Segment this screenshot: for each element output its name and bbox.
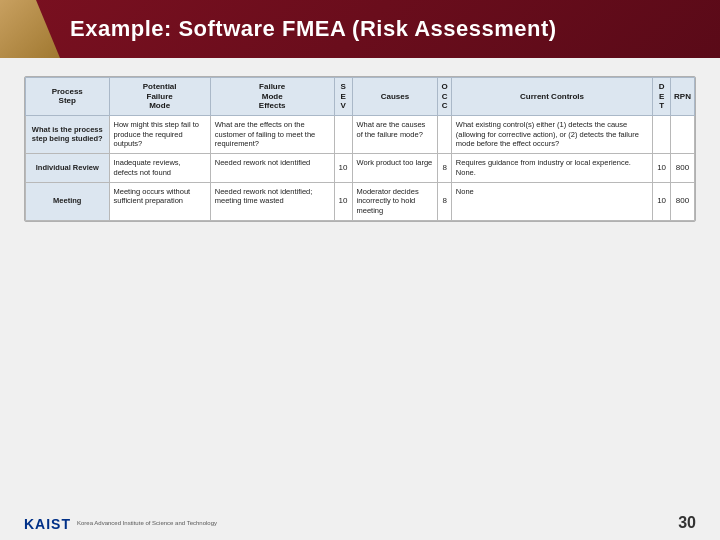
kaist-logo: KAIST Korea Advanced Institute of Scienc…: [24, 516, 217, 532]
table-row: Meeting Meeting occurs without sufficien…: [26, 182, 695, 220]
footer: KAIST Korea Advanced Institute of Scienc…: [24, 514, 696, 532]
row1-process-step: Individual Review: [26, 154, 110, 183]
col-effects: FailureModeEffects: [210, 78, 334, 116]
fmea-table: ProcessStep PotentialFailureMode Failure…: [25, 77, 695, 221]
header: Example: Software FMEA (Risk Assessment): [0, 0, 720, 58]
row1-rpn: 800: [671, 154, 695, 183]
table-header-row: ProcessStep PotentialFailureMode Failure…: [26, 78, 695, 116]
fmea-table-container: ProcessStep PotentialFailureMode Failure…: [24, 76, 696, 222]
header-decoration: [0, 0, 60, 58]
table-row: Individual Review Inadequate reviews, de…: [26, 154, 695, 183]
col-sev: SEV: [334, 78, 352, 116]
desc-occ: [438, 115, 451, 153]
col-rpn: RPN: [671, 78, 695, 116]
row2-controls: None: [451, 182, 652, 220]
col-causes: Causes: [352, 78, 438, 116]
desc-process-step: What is the process step being studied?: [26, 115, 110, 153]
row1-failure-mode: Inadequate reviews, defects not found: [109, 154, 210, 183]
row2-failure-mode: Meeting occurs without sufficient prepar…: [109, 182, 210, 220]
page-number: 30: [678, 514, 696, 532]
row1-causes: Work product too large: [352, 154, 438, 183]
desc-rpn: [671, 115, 695, 153]
col-controls: Current Controls: [451, 78, 652, 116]
row1-effects: Needed rework not identified: [210, 154, 334, 183]
kaist-logo-subtext: Korea Advanced Institute of Science and …: [77, 520, 217, 527]
row2-occ: 8: [438, 182, 451, 220]
desc-failure-mode: How might this step fail to produce the …: [109, 115, 210, 153]
col-occ: OCC: [438, 78, 451, 116]
description-row: What is the process step being studied? …: [26, 115, 695, 153]
row1-occ: 8: [438, 154, 451, 183]
row2-sev: 10: [334, 182, 352, 220]
row2-det: 10: [653, 182, 671, 220]
main-content: ProcessStep PotentialFailureMode Failure…: [0, 58, 720, 540]
row2-causes: Moderator decides incorrectly to hold me…: [352, 182, 438, 220]
row1-controls: Requires guidance from industry or local…: [451, 154, 652, 183]
row2-rpn: 800: [671, 182, 695, 220]
desc-controls: What existing control(s) either (1) dete…: [451, 115, 652, 153]
desc-det: [653, 115, 671, 153]
row2-effects: Needed rework not identified; meeting ti…: [210, 182, 334, 220]
row1-det: 10: [653, 154, 671, 183]
page-title: Example: Software FMEA (Risk Assessment): [70, 16, 557, 42]
kaist-logo-text: KAIST: [24, 516, 71, 532]
desc-causes: What are the causes of the failure mode?: [352, 115, 438, 153]
col-failure-mode: PotentialFailureMode: [109, 78, 210, 116]
row2-process-step: Meeting: [26, 182, 110, 220]
col-det: DET: [653, 78, 671, 116]
col-process-step: ProcessStep: [26, 78, 110, 116]
desc-effects: What are the effects on the customer of …: [210, 115, 334, 153]
row1-sev: 10: [334, 154, 352, 183]
desc-sev: [334, 115, 352, 153]
